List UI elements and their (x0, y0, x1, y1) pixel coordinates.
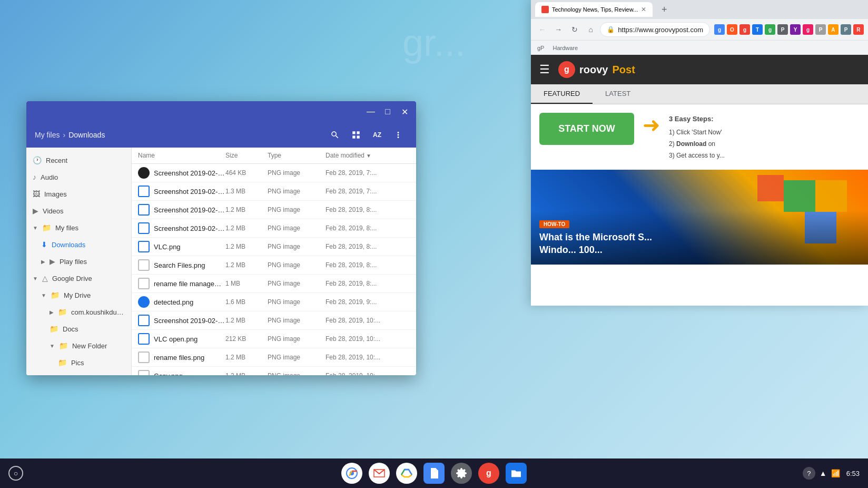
address-bar[interactable]: 🔒 https://www.groovypost.com (600, 22, 710, 37)
table-row[interactable]: VLC open.png 212 KB PNG image Feb 28, 20… (132, 330, 416, 348)
file-name-cell: Copy.png (138, 370, 225, 375)
sidebar-item-com-koushikdutt[interactable]: ▶ 📁 com.koushikdutt... (26, 304, 131, 320)
table-row[interactable]: Screenshot 2019-02-28 at 7.5... 1.3 MB P… (132, 182, 416, 201)
taskbar-files[interactable] (506, 463, 527, 484)
table-row[interactable]: detected.png 1.6 MB PNG image Feb 28, 20… (132, 293, 416, 311)
sidebar-item-pics[interactable]: 📁 Pics (26, 354, 131, 371)
ext-p3[interactable]: P (841, 24, 851, 35)
column-name[interactable]: Name (138, 152, 225, 159)
table-row[interactable]: Screenshot 2019-02-28 at 8.4... 1.2 MB P… (132, 201, 416, 219)
network-icon[interactable]: ▲ (820, 469, 827, 477)
ext-g1[interactable]: g (714, 24, 725, 35)
table-row[interactable]: VLC.png 1.2 MB PNG image Feb 28, 2019, 8… (132, 238, 416, 256)
expand-icon: ▼ (41, 292, 46, 298)
play-icon: ▶ (50, 257, 55, 266)
table-row[interactable]: rename file management.png 1 MB PNG imag… (132, 275, 416, 293)
launcher-button[interactable]: ○ (8, 466, 23, 481)
article-badge: HOW-TO (539, 220, 569, 228)
audio-icon: ♪ (33, 173, 36, 181)
ext-p2[interactable]: P (815, 24, 826, 35)
bookmark-hardware[interactable]: Hardware (550, 44, 580, 52)
toolbar-actions: AZ (326, 125, 408, 144)
taskbar-gmail[interactable] (369, 463, 390, 484)
back-button[interactable]: ← (535, 22, 549, 37)
ext-a[interactable]: A (828, 24, 839, 35)
file-name-cell: Screenshot 2019-02-28 at 8.4... (138, 222, 225, 234)
start-now-button[interactable]: START NOW (539, 113, 634, 145)
expand-icon: ▼ (33, 276, 38, 281)
sidebar-item-images[interactable]: 🖼 Images (26, 186, 131, 202)
sidebar-item-label: com.koushikdutt... (71, 308, 125, 316)
file-size-cell: 1.6 MB (225, 298, 268, 306)
taskbar-drive[interactable] (396, 463, 417, 484)
sidebar-item-new-folder[interactable]: ▼ 📁 New Folder (26, 337, 131, 354)
launcher-icon: ○ (14, 469, 18, 477)
sidebar-item-label: New Folder (72, 342, 107, 350)
grid-view-button[interactable] (347, 125, 366, 144)
ext-g4[interactable]: g (803, 24, 813, 35)
window-close-button[interactable]: ✕ (397, 104, 412, 119)
folder-icon: 📁 (51, 291, 60, 299)
hamburger-menu-button[interactable]: ☰ (539, 63, 550, 76)
ext-g3[interactable]: g (765, 24, 775, 35)
ext-p1[interactable]: P (777, 24, 788, 35)
ext-t[interactable]: T (752, 24, 763, 35)
sidebar-item-downloads[interactable]: ⬇ Downloads (26, 236, 131, 253)
file-name-text: Search Files.png (154, 261, 205, 269)
bookmark-gp[interactable]: gP (535, 44, 546, 52)
file-type-cell: PNG image (268, 225, 326, 232)
sidebar-item-videos[interactable]: ▶ Videos (26, 202, 131, 219)
sidebar-item-docs[interactable]: 📁 Docs (26, 320, 131, 337)
breadcrumb-parent[interactable]: My files (35, 131, 60, 139)
table-row[interactable]: Screenshot 2019-02-28 at 10... 1.2 MB PN… (132, 311, 416, 330)
table-row[interactable]: Screenshot 2019-02-28 at 7.5... 464 KB P… (132, 164, 416, 182)
search-button[interactable] (326, 125, 344, 144)
bookmarks-bar: gP Hardware (531, 40, 868, 55)
sort-button[interactable]: AZ (368, 125, 387, 144)
promo-steps: 3 Easy Steps: 1) Click 'Start Now' 2) Do… (669, 113, 725, 161)
column-date[interactable]: Date modified ▼ (326, 152, 410, 159)
window-maximize-button[interactable]: □ (380, 104, 395, 119)
table-row[interactable]: rename files.png 1.2 MB PNG image Feb 28… (132, 348, 416, 367)
new-tab-button[interactable]: + (657, 2, 672, 17)
sidebar-item-google-drive[interactable]: ▼ △ Google Drive (26, 270, 131, 287)
sidebar-item-my-files[interactable]: ▼ 📁 My files (26, 219, 131, 236)
taskbar-chrome[interactable] (341, 463, 362, 484)
table-row[interactable]: Screenshot 2019-02-28 at 8.4... 1.2 MB P… (132, 219, 416, 238)
table-row[interactable]: Search Files.png 1.2 MB PNG image Feb 28… (132, 256, 416, 275)
file-type-cell: PNG image (268, 261, 326, 269)
window-minimize-button[interactable]: — (363, 104, 378, 119)
sidebar-item-audio[interactable]: ♪ Audio (26, 169, 131, 186)
taskbar-settings[interactable] (451, 463, 472, 484)
more-options-button[interactable] (389, 125, 408, 144)
column-type[interactable]: Type (268, 152, 326, 159)
file-manager-titlebar: — □ ✕ (26, 101, 416, 122)
ext-g2[interactable]: g (739, 24, 750, 35)
tab-close-button[interactable]: ✕ (641, 6, 646, 13)
help-icon[interactable]: ? (803, 467, 815, 480)
browser-tab-active[interactable]: Technology News, Tips, Review... ✕ (535, 2, 653, 17)
ext-r[interactable]: R (853, 24, 864, 35)
taskbar-google[interactable]: g (478, 463, 499, 484)
file-type-cell: PNG image (268, 243, 326, 250)
ext-o[interactable]: O (727, 24, 737, 35)
home-button[interactable]: ⌂ (584, 22, 598, 37)
tab-featured[interactable]: FEATURED (531, 84, 593, 104)
tab-latest[interactable]: LATEST (593, 84, 643, 104)
breadcrumb: My files › Downloads (35, 131, 321, 139)
forward-button[interactable]: → (551, 22, 566, 37)
refresh-button[interactable]: ↻ (568, 22, 582, 37)
sidebar-item-label: Images (44, 190, 67, 198)
file-name-cell: rename file management.png (138, 278, 225, 289)
sidebar-item-recent[interactable]: 🕐 Recent (26, 152, 131, 169)
taskbar-docs[interactable] (423, 463, 445, 484)
browser-extensions: g O g T g P Y g P A P R (714, 24, 864, 35)
ext-y[interactable]: Y (790, 24, 801, 35)
file-type-cell: PNG image (268, 335, 326, 343)
sidebar-item-play-files[interactable]: ▶ ▶ Play files (26, 253, 131, 270)
file-type-cell: PNG image (268, 188, 326, 195)
sidebar-item-my-drive[interactable]: ▼ 📁 My Drive (26, 287, 131, 304)
column-size[interactable]: Size (225, 152, 268, 159)
table-row[interactable]: Copy.png 1.2 MB PNG image Feb 28, 2019, … (132, 367, 416, 375)
file-date-cell: Feb 28, 2019, 10:... (326, 372, 410, 375)
